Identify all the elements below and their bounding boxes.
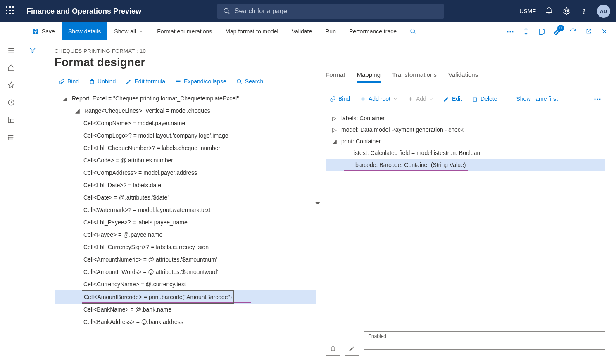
bind-button[interactable]: Bind: [55, 76, 83, 86]
tree-node-cell[interactable]: Cell<AmountNumeric> = @.attributes.'$amo…: [55, 253, 316, 266]
run-button[interactable]: Run: [319, 22, 342, 40]
popout-icon[interactable]: [585, 27, 593, 36]
tree-node-cell[interactable]: Cell<Watermark>? = model.layout.watermar…: [55, 204, 316, 216]
office-icon[interactable]: [538, 27, 546, 36]
waffle-icon[interactable]: [6, 6, 16, 16]
map-bind-button[interactable]: Bind: [326, 94, 354, 104]
show-name-first-button[interactable]: Show name first: [512, 94, 561, 104]
chevron-down-icon: [139, 29, 144, 34]
filter-column: [22, 40, 43, 364]
svg-rect-12: [8, 117, 14, 123]
edit-button[interactable]: Edit: [439, 94, 466, 104]
filter-icon[interactable]: [29, 46, 36, 364]
edit-formula-button[interactable]: Edit formula: [121, 76, 169, 86]
workspaces-icon[interactable]: [7, 116, 15, 124]
add-button: Add: [403, 94, 438, 104]
mapping-node-barcode[interactable]: barcode: Barcode: Container (String Valu…: [326, 159, 605, 171]
svg-point-19: [8, 137, 9, 138]
performance-trace-button[interactable]: Performance trace: [342, 22, 403, 40]
unbind-button[interactable]: Unbind: [85, 76, 120, 86]
svg-line-1: [228, 12, 229, 14]
show-details-button[interactable]: Show details: [62, 22, 107, 40]
validate-button[interactable]: Validate: [285, 22, 319, 40]
format-enumerations-button[interactable]: Format enumerations: [150, 22, 219, 40]
chevron-down-icon: [429, 97, 433, 101]
delete-condition-button[interactable]: [326, 341, 340, 356]
search-command-button[interactable]: [403, 22, 423, 40]
svg-point-3: [583, 13, 584, 13]
map-format-button[interactable]: Map format to model: [219, 22, 285, 40]
link-icon[interactable]: [522, 27, 530, 36]
tree-node-cell[interactable]: Cell<Payee> = @.payee.name: [55, 228, 316, 241]
enabled-field[interactable]: Enabled: [364, 331, 605, 350]
tree-node-cell[interactable]: Cell<CompLogo>? = model.layout.'company …: [55, 129, 316, 142]
pane-divider[interactable]: ◂▸: [316, 40, 320, 364]
add-root-button[interactable]: Add root: [356, 94, 402, 104]
attachments-button[interactable]: 0: [553, 27, 561, 36]
svg-line-5: [414, 32, 415, 33]
gear-icon[interactable]: [562, 7, 571, 15]
tree-node-cell[interactable]: Cell<AmountBarcode> = print.barcode("Amo…: [55, 290, 316, 304]
tab-format[interactable]: Format: [326, 71, 345, 83]
show-all-button[interactable]: Show all: [107, 22, 150, 40]
tree-node-cell[interactable]: Cell<Code> = @.attributes.number: [55, 154, 316, 167]
tab-transformations[interactable]: Transformations: [392, 71, 437, 83]
mapping-node-print[interactable]: ◢print: Container: [326, 136, 605, 147]
hamburger-icon[interactable]: [7, 46, 15, 55]
svg-rect-21: [90, 80, 94, 84]
tree-node-cell[interactable]: Cell<Lbl_ChequeNumber>? = labels.cheque_…: [55, 142, 316, 154]
avatar[interactable]: AD: [597, 5, 610, 18]
mapping-node-model[interactable]: ▷model: Data model Payment generation - …: [326, 124, 605, 136]
tree-node-cell[interactable]: Cell<Lbl_Payee>? = labels.payee_name: [55, 216, 316, 228]
refresh-icon[interactable]: [569, 27, 577, 36]
svg-rect-32: [331, 347, 335, 351]
tree-node-cell[interactable]: Cell<BankName> = @.bank.name: [55, 303, 316, 316]
svg-point-18: [8, 135, 9, 136]
svg-point-25: [237, 79, 241, 83]
command-bar: Save Show details Show all Format enumer…: [0, 22, 616, 40]
save-button[interactable]: Save: [26, 22, 62, 40]
mapping-node-istest[interactable]: istest: Calculated field = model.istestr…: [326, 147, 605, 159]
search-icon: [223, 7, 231, 15]
recent-icon[interactable]: [7, 98, 15, 107]
svg-rect-31: [473, 98, 477, 101]
expand-collapse-button[interactable]: Expand/collapse: [171, 76, 231, 86]
tree-node-range[interactable]: ◢Range<ChequeLines>: Vertical = model.ch…: [55, 105, 316, 117]
app-title: Finance and Operations Preview: [26, 7, 141, 16]
tree-node-cell[interactable]: Cell<CompAddress> = model.payer.address: [55, 167, 316, 179]
global-search[interactable]: Search for a page: [217, 4, 444, 19]
close-icon[interactable]: [600, 27, 609, 36]
tree-node-cell[interactable]: Cell<CompName> = model.payer.name: [55, 117, 316, 129]
mapping-pane: Format Mapping Transformations Validatio…: [320, 40, 616, 364]
home-icon[interactable]: [7, 64, 15, 72]
search-placeholder: Search for a page: [235, 7, 287, 15]
tab-validations[interactable]: Validations: [448, 71, 478, 83]
svg-line-26: [240, 82, 241, 83]
tree-node-cell[interactable]: Cell<CurrencyName> = @.currency.text: [55, 278, 316, 290]
bell-icon[interactable]: [545, 7, 553, 15]
edit-condition-button[interactable]: [345, 341, 359, 356]
more-icon[interactable]: ⋯: [506, 27, 514, 36]
tree-node-cell[interactable]: Cell<BankAddress> = @.bank.address: [55, 316, 316, 328]
environment-label[interactable]: USMF: [519, 8, 536, 14]
help-icon[interactable]: [580, 7, 588, 15]
page-title: Format designer: [55, 56, 316, 69]
tree-node-cell[interactable]: Cell<AmountInWords> = @.attributes.'$amo…: [55, 266, 316, 278]
svg-point-0: [224, 8, 228, 13]
format-tree[interactable]: ◢Report: Excel = "Cheques printing forma…: [55, 92, 316, 348]
mapping-node-labels[interactable]: ▷labels: Container: [326, 112, 605, 124]
modules-icon[interactable]: [7, 133, 15, 141]
tab-mapping[interactable]: Mapping: [357, 71, 381, 83]
delete-button[interactable]: Delete: [468, 94, 501, 104]
tree-node-cell[interactable]: Cell<Lbl_CurrencySign>? = labels.currenc…: [55, 241, 316, 253]
star-icon[interactable]: [7, 81, 15, 89]
top-bar: Finance and Operations Preview Search fo…: [0, 0, 616, 22]
map-more-icon[interactable]: ⋯: [590, 93, 605, 105]
svg-point-2: [566, 10, 568, 12]
tree-node-cell[interactable]: Cell<Lbl_Date>? = labels.date: [55, 179, 316, 191]
nav-rail: [0, 40, 22, 364]
tree-node-cell[interactable]: Cell<Date> = @.attributes.'$date': [55, 191, 316, 204]
mapping-tree[interactable]: ▷labels: Container ▷model: Data model Pa…: [326, 112, 605, 171]
tree-search-button[interactable]: Search: [232, 76, 267, 86]
tree-node-root[interactable]: ◢Report: Excel = "Cheques printing forma…: [55, 92, 316, 105]
